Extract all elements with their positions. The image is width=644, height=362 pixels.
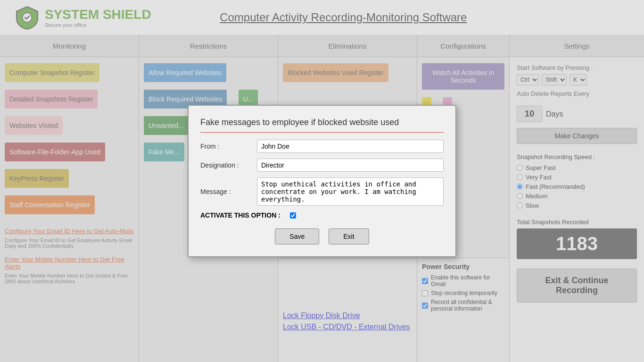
message-textarea[interactable]: Stop unethical activities in office and …: [257, 177, 444, 206]
designation-label: Designation :: [200, 161, 257, 169]
modal-exit-button[interactable]: Exit: [329, 228, 369, 244]
from-input[interactable]: [257, 140, 444, 153]
activate-checkbox[interactable]: [290, 212, 296, 219]
modal-overlay: Fake messages to employee if blocked web…: [0, 0, 644, 362]
message-field: Message : Stop unethical activities in o…: [200, 177, 444, 206]
modal-title: Fake messages to employee if blocked web…: [200, 118, 444, 133]
message-label: Message :: [200, 188, 257, 195]
from-field: From :: [200, 140, 444, 153]
modal-buttons: Save Exit: [200, 228, 444, 244]
from-label: From :: [200, 143, 257, 150]
modal-save-button[interactable]: Save: [275, 228, 319, 244]
designation-input[interactable]: [257, 159, 444, 172]
activate-label: ACTIVATE THIS OPTION :: [200, 211, 281, 219]
activate-row: ACTIVATE THIS OPTION :: [200, 211, 444, 219]
designation-field: Designation :: [200, 159, 444, 172]
modal-dialog: Fake messages to employee if blocked web…: [188, 105, 456, 257]
